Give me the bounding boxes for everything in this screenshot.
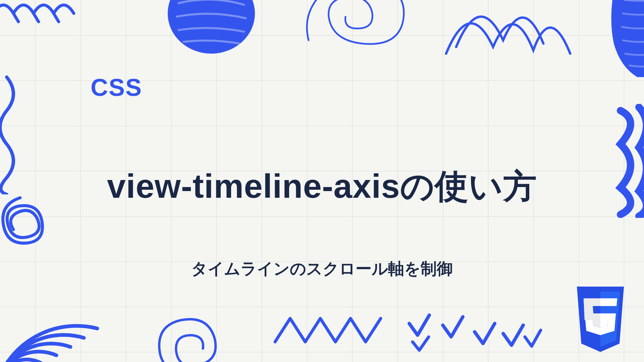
- css3-logo-icon: [572, 287, 629, 352]
- content-area: CSS view-timeline-axisの使い方 タイムラインのスクロール軸…: [0, 0, 644, 362]
- subtitle: タイムラインのスクロール軸を制御: [0, 258, 644, 280]
- main-title: view-timeline-axisの使い方: [0, 164, 644, 209]
- category-label: CSS: [91, 74, 142, 101]
